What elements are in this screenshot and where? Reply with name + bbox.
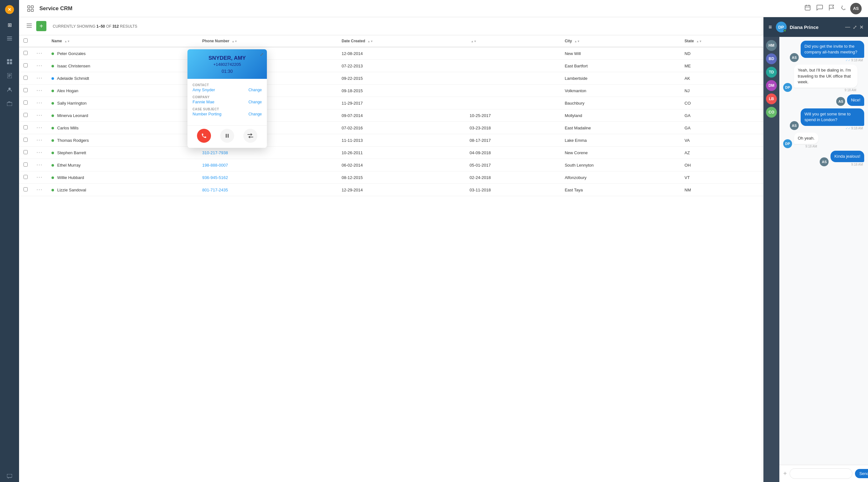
call-transfer-button[interactable] [243,129,257,143]
sidebar-avatar[interactable]: CO [766,107,777,118]
row-dots[interactable]: ··· [32,47,47,60]
row-city: East Taya [560,184,680,196]
city-header[interactable]: City ▲▼ [560,35,680,47]
row-checkbox[interactable] [24,175,28,179]
row-checkbox[interactable] [24,138,28,142]
call-hangup-button[interactable] [197,129,211,143]
phone-link[interactable]: 198-888-0007 [202,163,228,168]
row-checkbox[interactable] [24,51,28,55]
message-group: Nice! [847,94,864,106]
user-avatar[interactable]: AS [850,3,862,14]
row-checkbox[interactable] [24,88,28,92]
row-checkbox-cell[interactable] [19,60,32,72]
chat-send-button[interactable]: Send [855,469,868,478]
row-checkbox-cell[interactable] [19,122,32,134]
phone-icon[interactable] [840,4,846,12]
row-checkbox[interactable] [24,76,28,80]
name-sort[interactable]: ▲▼ [64,40,70,43]
row-date-created: 07-22-2013 [337,60,465,72]
phone-header[interactable]: Phone Number ▲▼ [197,35,337,47]
row-checkbox[interactable] [24,125,28,130]
row-checkbox-cell[interactable] [19,47,32,60]
row-checkbox-cell[interactable] [19,184,32,196]
row-dots[interactable]: ··· [32,134,47,147]
state-sort[interactable]: ▲▼ [696,40,702,43]
svg-rect-0 [7,36,12,37]
app-logo[interactable]: ✕ [5,5,14,14]
calendar-icon[interactable] [804,4,811,12]
row-dots[interactable]: ··· [32,72,47,85]
call-company-change-button[interactable]: Change [248,100,262,104]
row-checkbox-cell[interactable] [19,159,32,171]
row-checkbox[interactable] [24,63,28,67]
select-all-checkbox[interactable] [24,38,28,42]
sidebar-icon-contacts[interactable] [4,84,15,95]
city-sort[interactable]: ▲▼ [574,40,580,43]
sidebar-avatar[interactable]: LB [766,93,777,104]
row-dots[interactable]: ··· [32,109,47,122]
chat-add-icon[interactable]: + [783,470,787,477]
row-phone[interactable]: 936-945-5162 [197,171,337,184]
sidebar-avatar[interactable]: HM [766,40,777,51]
row-dots[interactable]: ··· [32,147,47,159]
chat-menu-button[interactable]: ≡ [768,23,773,31]
row-dots[interactable]: ··· [32,122,47,134]
date2-header[interactable]: ▲▼ [465,35,560,47]
phone-link[interactable]: 801-717-2435 [202,188,228,192]
row-phone[interactable]: 198-888-0007 [197,159,337,171]
chat-popout-button[interactable]: ⤢ [853,24,857,30]
row-dots[interactable]: ··· [32,159,47,171]
sidebar-icon-chat[interactable] [4,471,15,482]
row-checkbox-cell[interactable] [19,134,32,147]
row-dots[interactable]: ··· [32,85,47,97]
row-dots[interactable]: ··· [32,97,47,109]
add-button[interactable]: + [36,21,46,31]
row-phone[interactable]: 310-217-7938 [197,147,337,159]
chat-minimize-button[interactable]: — [845,24,850,30]
row-checkbox[interactable] [24,187,28,191]
row-checkbox-cell[interactable] [19,147,32,159]
sidebar-avatar[interactable]: BD [766,53,777,64]
sidebar-avatar[interactable]: TD [766,67,777,78]
row-checkbox-cell[interactable] [19,109,32,122]
sidebar-icon-reports[interactable] [4,70,15,81]
call-contact-change-button[interactable]: Change [248,88,262,92]
sidebar-icon-list[interactable] [4,33,15,45]
svg-rect-6 [10,62,12,64]
date2-sort[interactable]: ▲▼ [471,40,476,43]
sidebar-avatar[interactable]: DM [766,80,777,91]
flag-icon[interactable] [829,4,834,12]
row-checkbox-cell[interactable] [19,72,32,85]
call-case-change-button[interactable]: Change [248,112,262,116]
sidebar-icon-grid[interactable]: ⊞ [4,19,15,30]
call-pause-button[interactable] [220,129,234,143]
sidebar-icon-dashboard[interactable] [4,56,15,67]
row-dots[interactable]: ··· [32,60,47,72]
date-sort[interactable]: ▲▼ [368,40,373,43]
state-header[interactable]: State ▲▼ [680,35,763,47]
list-view-button[interactable] [25,22,33,30]
name-header[interactable]: Name ▲▼ [47,35,197,47]
sidebar-icon-cases[interactable] [4,98,15,109]
chat-input[interactable] [789,468,852,479]
call-popup-close-button[interactable]: ⤢ [260,52,264,57]
phone-link[interactable]: 936-945-5162 [202,175,228,180]
name-value: Ethel Murray [57,163,81,168]
row-checkbox[interactable] [24,101,28,105]
row-checkbox[interactable] [24,163,28,167]
chat-icon[interactable] [816,4,823,12]
row-checkbox[interactable] [24,113,28,117]
select-all-header[interactable] [19,35,32,47]
phone-link[interactable]: 310-217-7938 [202,150,228,155]
chat-close-button[interactable]: ✕ [860,24,864,30]
row-checkbox-cell[interactable] [19,85,32,97]
row-dots[interactable]: ··· [32,171,47,184]
row-checkbox-cell[interactable] [19,97,32,109]
row-dots[interactable]: ··· [32,184,47,196]
date-created-header[interactable]: Date Created ▲▼ [337,35,465,47]
row-phone[interactable]: 801-717-2435 [197,184,337,196]
row-checkbox-cell[interactable] [19,171,32,184]
call-company-value: Fannie Mae Change [192,100,262,104]
phone-sort[interactable]: ▲▼ [231,40,237,43]
row-checkbox[interactable] [24,150,28,154]
